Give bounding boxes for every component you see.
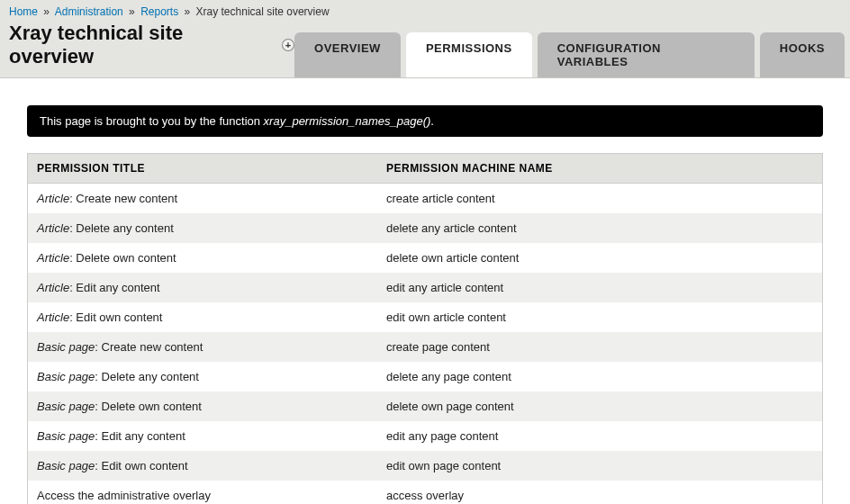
breadcrumb-link-admin[interactable]: Administration xyxy=(55,5,123,18)
permission-title-cell: Article: Create new content xyxy=(28,184,378,214)
content-type-prefix: Basic page xyxy=(37,400,95,413)
content-type-prefix: Article xyxy=(37,251,69,265)
table-header-machine: PERMISSION MACHINE NAME xyxy=(377,154,822,184)
table-row: Article: Edit own contentedit own articl… xyxy=(28,302,823,332)
content-type-prefix: Basic page xyxy=(37,459,95,472)
permission-title-text: : Delete any content xyxy=(69,221,174,235)
tab-permissions[interactable]: PERMISSIONS xyxy=(406,32,532,77)
permission-title-cell: Basic page: Delete any content xyxy=(28,362,378,392)
permission-title-cell: Access the administrative overlay xyxy=(28,481,378,504)
permission-title-cell: Article: Edit own content xyxy=(28,302,378,332)
page-content: This page is brought to you by the funct… xyxy=(0,78,850,504)
plus-icon[interactable]: + xyxy=(282,39,294,51)
tab-overview[interactable]: OVERVIEW xyxy=(294,32,401,77)
permission-title-cell: Basic page: Edit any content xyxy=(28,421,378,451)
permission-machine-cell: delete own article content xyxy=(377,243,822,273)
permission-title-text: : Edit any content xyxy=(95,429,185,443)
permission-title-text: : Edit own content xyxy=(95,459,187,472)
permissions-table: PERMISSION TITLE PERMISSION MACHINE NAME… xyxy=(27,153,823,504)
permission-machine-cell: create page content xyxy=(377,332,822,362)
permission-title-cell: Article: Edit any content xyxy=(28,273,378,302)
permission-title-cell: Article: Delete any content xyxy=(28,213,378,243)
permission-machine-cell: delete own page content xyxy=(377,392,822,421)
permission-title-text: : Delete own content xyxy=(69,251,176,265)
content-type-prefix: Article xyxy=(37,192,69,205)
permission-title-cell: Basic page: Create new content xyxy=(28,332,378,362)
breadcrumb-current: Xray technical site overview xyxy=(196,5,330,18)
permission-machine-cell: edit own page content xyxy=(377,451,822,481)
permission-title-text: : Create new content xyxy=(95,340,203,354)
permission-title-cell: Article: Delete own content xyxy=(28,243,378,273)
content-type-prefix: Basic page xyxy=(37,429,95,443)
permission-title-text: : Edit own content xyxy=(69,310,162,324)
breadcrumb-sep: » xyxy=(185,5,191,18)
info-bar-fn: xray_permission_names_page() xyxy=(264,114,431,128)
tab-configuration-variables[interactable]: CONFIGURATION VARIABLES xyxy=(538,32,755,77)
page-title: Xray technical site overview + xyxy=(9,22,294,77)
permission-title-text: : Edit any content xyxy=(69,281,159,294)
tabs: OVERVIEW PERMISSIONS CONFIGURATION VARIA… xyxy=(294,32,850,77)
title-bar: Xray technical site overview + OVERVIEW … xyxy=(0,22,850,78)
content-type-prefix: Basic page xyxy=(37,370,95,383)
permission-title-text: : Delete any content xyxy=(95,370,199,383)
permission-machine-cell: create article content xyxy=(377,184,822,214)
permission-machine-cell: edit any article content xyxy=(377,273,822,302)
info-bar-suffix: . xyxy=(430,114,434,128)
permission-title-cell: Basic page: Edit own content xyxy=(28,451,378,481)
page-title-text: Xray technical site overview xyxy=(9,22,273,68)
breadcrumb-sep: » xyxy=(43,5,50,18)
permission-machine-cell: access overlay xyxy=(377,481,822,504)
table-row: Access the administrative overlayaccess … xyxy=(28,481,823,504)
permission-machine-cell: edit any page content xyxy=(377,421,822,451)
content-type-prefix: Article xyxy=(37,281,69,294)
info-bar: This page is brought to you by the funct… xyxy=(27,105,823,137)
permission-title-text: : Delete own content xyxy=(95,400,202,413)
info-bar-prefix: This page is brought to you by the funct… xyxy=(40,114,264,128)
permission-title-text: : Create new content xyxy=(69,192,177,205)
table-row: Basic page: Delete own contentdelete own… xyxy=(28,392,823,421)
table-body: Article: Create new contentcreate articl… xyxy=(28,184,823,505)
breadcrumb-sep: » xyxy=(129,5,135,18)
table-row: Basic page: Create new contentcreate pag… xyxy=(28,332,823,362)
table-row: Article: Delete own contentdelete own ar… xyxy=(28,243,823,273)
breadcrumb: Home » Administration » Reports » Xray t… xyxy=(0,0,850,22)
permission-title-cell: Basic page: Delete own content xyxy=(28,392,378,421)
table-row: Article: Delete any contentdelete any ar… xyxy=(28,213,823,243)
table-row: Basic page: Edit any contentedit any pag… xyxy=(28,421,823,451)
tab-hooks[interactable]: HOOKS xyxy=(760,32,845,77)
table-row: Basic page: Delete any contentdelete any… xyxy=(28,362,823,392)
table-row: Article: Create new contentcreate articl… xyxy=(28,184,823,214)
permission-machine-cell: delete any article content xyxy=(377,213,822,243)
table-row: Basic page: Edit own contentedit own pag… xyxy=(28,451,823,481)
table-header-title: PERMISSION TITLE xyxy=(28,154,378,184)
content-type-prefix: Article xyxy=(37,221,69,235)
content-type-prefix: Basic page xyxy=(37,340,95,354)
permission-machine-cell: edit own article content xyxy=(377,302,822,332)
content-type-prefix: Article xyxy=(37,310,69,324)
permission-machine-cell: delete any page content xyxy=(377,362,822,392)
breadcrumb-link-home[interactable]: Home xyxy=(9,5,38,18)
table-row: Article: Edit any contentedit any articl… xyxy=(28,273,823,302)
breadcrumb-link-reports[interactable]: Reports xyxy=(140,5,178,18)
